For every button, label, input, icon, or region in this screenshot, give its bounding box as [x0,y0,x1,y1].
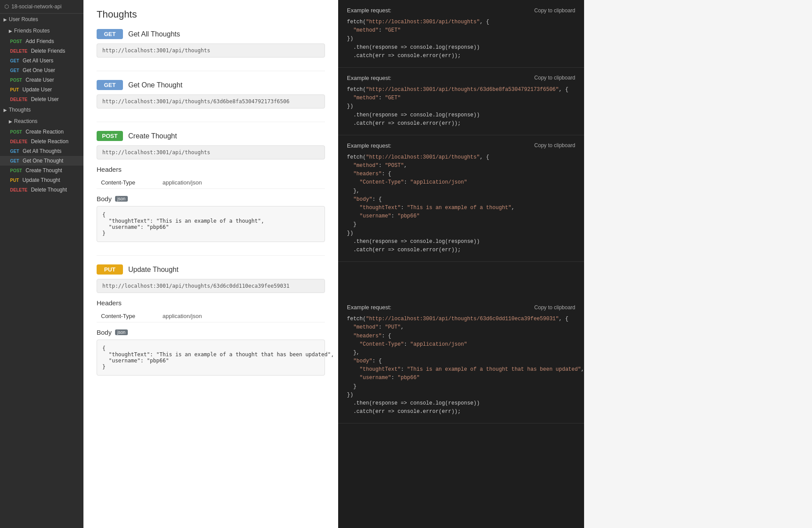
copy-to-clipboard-button[interactable]: Copy to clipboard [534,142,575,148]
http-method-post: POST [97,131,123,141]
sidebar-label: Get All Thoughts [23,148,62,154]
reactions-section-label: Reactions [14,118,37,124]
sidebar-item-get-one-user[interactable]: GET Get One User [0,65,83,75]
folder-icon-friends: ▶ [9,29,12,33]
code-block: fetch("http://localhost:3001/api/thought… [347,86,575,128]
sidebar-label: Get One User [23,67,55,73]
sidebar-item-add-friends[interactable]: POST Add Friends [0,36,83,46]
endpoint-title: Update Thought [128,266,178,274]
method-put-badge: PUT [9,177,20,183]
headers-table: Content-Type application/json [97,177,325,189]
app-icon: ⬡ [4,4,9,10]
table-row: Content-Type application/json [97,310,325,322]
code-block: fetch("http://localhost:3001/api/thought… [347,153,575,254]
header-value: application/json [158,310,325,322]
endpoint-header: GET Get All Thoughts [97,29,325,39]
sidebar-section-friends-routes[interactable]: ▶ Friends Routes [0,25,83,36]
body-label: Body json [97,329,325,336]
copy-to-clipboard-button[interactable]: Copy to clipboard [534,304,575,311]
example-block-1: Example request: Copy to clipboard fetch… [338,0,584,68]
sidebar-label: Get All Users [23,58,54,64]
method-post-badge: POST [9,168,23,174]
method-post-badge: POST [9,129,23,135]
body-code: { "thoughtText": "This is an example of … [97,340,325,376]
sidebar-label: Get One Thought [23,158,64,164]
folder-icon-reactions: ▶ [9,119,12,124]
header-key: Content-Type [97,177,158,189]
method-post-badge: POST [9,77,23,83]
example-block-3: Example request: Copy to clipboard fetch… [338,135,584,262]
sidebar-item-get-one-thought[interactable]: GET Get One Thought [0,156,83,166]
example-title: Example request: [347,142,391,149]
endpoint-url: http://localhost:3001/api/thoughts/63d6b… [97,94,325,108]
method-get-badge: GET [9,158,21,164]
sidebar-label: Update Thought [22,177,60,183]
example-header: Example request: Copy to clipboard [347,7,575,14]
sidebar-item-create-reaction[interactable]: POST Create Reaction [0,127,83,137]
sidebar-item-delete-reaction[interactable]: DELETE Delete Reaction [0,137,83,146]
endpoint-create-thought: POST Create Thought http://localhost:300… [97,131,325,242]
example-block-2: Example request: Copy to clipboard fetch… [338,68,584,135]
sidebar-item-create-thought[interactable]: POST Create Thought [0,166,83,175]
folder-icon: ▶ [4,17,7,22]
copy-to-clipboard-button[interactable]: Copy to clipboard [534,75,575,81]
sidebar-section-user-routes[interactable]: ▶ User Routes [0,14,83,25]
page-title: Thoughts [97,9,325,20]
http-method-get: GET [97,29,123,39]
folder-icon-thoughts: ▶ [4,108,7,112]
sidebar-label: Delete Reaction [31,138,68,145]
app-title-text: 18-social-network-api [11,4,61,10]
spacer [338,262,584,297]
example-title: Example request: [347,75,391,81]
sidebar-item-update-user[interactable]: PUT Update User [0,85,83,94]
example-header: Example request: Copy to clipboard [347,142,575,149]
sidebar-item-delete-thought[interactable]: DELETE Delete Thought [0,185,83,195]
sidebar-section-reactions[interactable]: ▶ Reactions [0,116,83,127]
sidebar: ⬡ 18-social-network-api ▶ User Routes ▶ … [0,0,83,528]
http-method-get: GET [97,80,123,90]
endpoint-title: Get One Thought [128,81,182,89]
sidebar-label: Delete Thought [31,187,67,193]
endpoint-url: http://localhost:3001/api/thoughts [97,43,325,58]
main-content: Thoughts GET Get All Thoughts http://loc… [83,0,338,528]
header-key: Content-Type [97,310,158,322]
body-label: Body json [97,195,325,203]
friends-routes-label: Friends Routes [14,28,50,34]
sidebar-item-update-thought[interactable]: PUT Update Thought [0,175,83,185]
sidebar-item-delete-user[interactable]: DELETE Delete User [0,94,83,104]
endpoint-update-thought: PUT Update Thought http://localhost:3001… [97,264,325,376]
endpoint-title: Get All Thoughts [128,30,180,38]
right-panel: Example request: Copy to clipboard fetch… [338,0,584,528]
sidebar-label: Create Reaction [25,129,64,135]
sidebar-item-get-all-users[interactable]: GET Get All Users [0,56,83,65]
endpoint-url: http://localhost:3001/api/thoughts/63d6c… [97,279,325,293]
sidebar-label: Create Thought [25,167,62,174]
method-delete-badge: DELETE [9,187,29,193]
copy-to-clipboard-button[interactable]: Copy to clipboard [534,7,575,14]
method-get-badge: GET [9,68,21,73]
sidebar-label: Update User [22,87,52,93]
user-routes-label: User Routes [9,16,38,22]
method-delete-badge: DELETE [9,97,29,102]
endpoint-title: Create Thought [128,132,177,140]
example-title: Example request: [347,7,391,14]
example-title: Example request: [347,304,391,311]
sidebar-item-create-user[interactable]: POST Create User [0,75,83,85]
sidebar-label: Delete Friends [31,48,65,54]
method-get-badge: GET [9,58,21,64]
endpoint-get-all-thoughts: GET Get All Thoughts http://localhost:30… [97,29,325,58]
http-method-put: PUT [97,264,123,275]
code-block: fetch("http://localhost:3001/api/thought… [347,315,575,416]
sidebar-label: Add Friends [25,38,54,44]
sidebar-item-delete-friends[interactable]: DELETE Delete Friends [0,46,83,56]
headers-table: Content-Type application/json [97,310,325,322]
method-delete-badge: DELETE [9,48,29,54]
headers-section-title: Headers [97,299,325,307]
sidebar-item-get-all-thoughts[interactable]: GET Get All Thoughts [0,146,83,156]
sidebar-section-thoughts[interactable]: ▶ Thoughts [0,104,83,116]
json-badge: json [115,196,127,202]
example-header: Example request: Copy to clipboard [347,304,575,311]
endpoint-header: PUT Update Thought [97,264,325,275]
endpoint-url: http://localhost:3001/api/thoughts [97,145,325,159]
thoughts-section-label: Thoughts [9,107,31,113]
